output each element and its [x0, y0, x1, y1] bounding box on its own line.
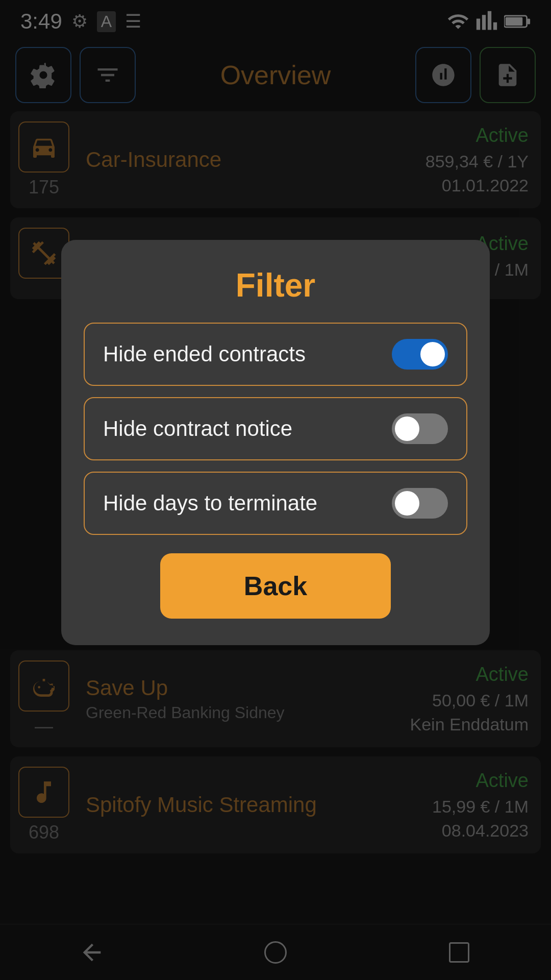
back-button[interactable]: Back — [160, 553, 390, 619]
hide-days-toggle-knob — [395, 491, 419, 516]
filter-title: Filter — [236, 266, 315, 304]
filter-modal: Filter Hide ended contracts Hide contrac… — [61, 240, 490, 645]
hide-notice-label: Hide contract notice — [103, 416, 292, 441]
hide-days-label: Hide days to terminate — [103, 491, 317, 516]
hide-days-toggle[interactable] — [392, 488, 448, 519]
hide-ended-label: Hide ended contracts — [103, 342, 306, 366]
hide-ended-toggle[interactable] — [392, 339, 448, 370]
hide-days-row[interactable]: Hide days to terminate — [84, 472, 467, 535]
hide-notice-toggle-knob — [395, 416, 419, 441]
hide-ended-toggle-knob — [420, 342, 445, 366]
hide-notice-toggle[interactable] — [392, 413, 448, 444]
hide-ended-row[interactable]: Hide ended contracts — [84, 323, 467, 386]
filter-overlay: Filter Hide ended contracts Hide contrac… — [0, 0, 551, 980]
hide-notice-row[interactable]: Hide contract notice — [84, 397, 467, 460]
filter-options: Hide ended contracts Hide contract notic… — [84, 323, 467, 535]
